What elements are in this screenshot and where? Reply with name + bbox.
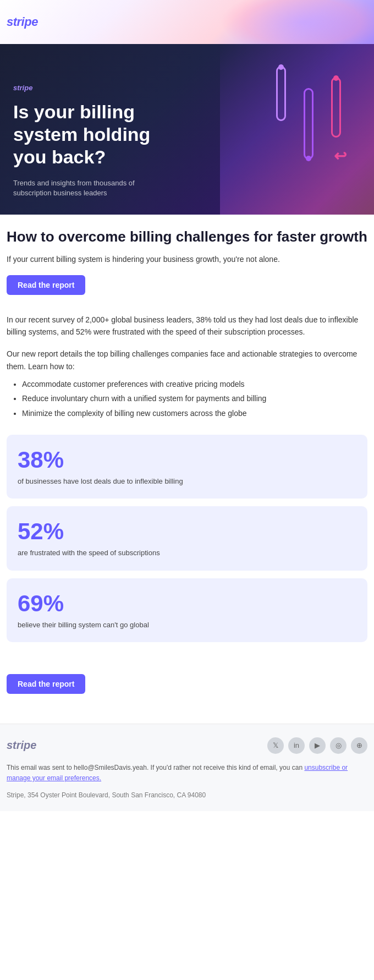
pill-decoration-2 (304, 88, 314, 160)
stat-number-3: 69% (18, 590, 356, 617)
footer-address: Stripe, 354 Oyster Point Boulevard, Sout… (7, 790, 367, 800)
bullet-list: Accommodate customer preferences with cr… (7, 378, 367, 419)
stat-number-2: 52% (18, 518, 356, 545)
learn-text: Our new report details the top billing c… (7, 348, 367, 373)
social-icons: 𝕏 in ▶ ◎ ⊕ (267, 737, 367, 754)
footer: stripe 𝕏 in ▶ ◎ ⊕ This email was sent to… (0, 724, 374, 811)
hero-banner: ↩ stripe Is your billing system holding … (0, 44, 374, 215)
stat-card-1: 38% of businesses have lost deals due to… (7, 435, 367, 499)
instagram-icon[interactable]: ◎ (330, 737, 346, 754)
page-title: How to overcome billing challenges for f… (7, 228, 367, 246)
stat-label-3: believe their billing system can't go gl… (18, 620, 356, 630)
footer-email-text: This email was sent to hello@SmilesDavis… (7, 763, 367, 784)
stat-card-2: 52% are frustrated with the speed of sub… (7, 506, 367, 570)
stat-label-2: are frustrated with the speed of subscri… (18, 548, 356, 558)
youtube-icon[interactable]: ▶ (309, 737, 326, 754)
stat-card-3: 69% believe their billing system can't g… (7, 578, 367, 642)
stat-number-1: 38% (18, 447, 356, 473)
stripe-logo: stripe (7, 15, 38, 29)
main-content: How to overcome billing challenges for f… (0, 215, 374, 663)
pill-decoration-3 (331, 77, 341, 138)
hero-title: Is your billing system holding you back? (13, 101, 162, 168)
x-twitter-icon[interactable]: 𝕏 (267, 737, 284, 754)
pill-decoration-1 (276, 66, 286, 121)
footer-logo: stripe (7, 739, 36, 752)
second-cta-section: Read the report (0, 663, 374, 724)
read-report-button-2[interactable]: Read the report (7, 674, 85, 694)
stat-label-1: of businesses have lost deals due to inf… (18, 477, 356, 486)
footer-top: stripe 𝕏 in ▶ ◎ ⊕ (7, 737, 367, 754)
discord-icon[interactable]: ⊕ (351, 737, 367, 754)
list-item: Accommodate customer preferences with cr… (22, 378, 367, 390)
list-item: Minimize the complexity of billing new c… (22, 407, 367, 419)
hero-subtitle: Trends and insights from thousands of su… (13, 178, 140, 198)
hero-decorations: ↩ (220, 55, 358, 198)
list-item: Reduce involuntary churn with a unified … (22, 392, 367, 404)
intro-text: If your current billing system is hinder… (7, 254, 367, 265)
linkedin-icon[interactable]: in (288, 737, 305, 754)
read-report-button-1[interactable]: Read the report (7, 275, 85, 295)
arrow-decoration: ↩ (334, 147, 346, 165)
body-text: In our recent survey of 2,000+ global bu… (7, 314, 367, 338)
header: stripe (0, 0, 374, 44)
